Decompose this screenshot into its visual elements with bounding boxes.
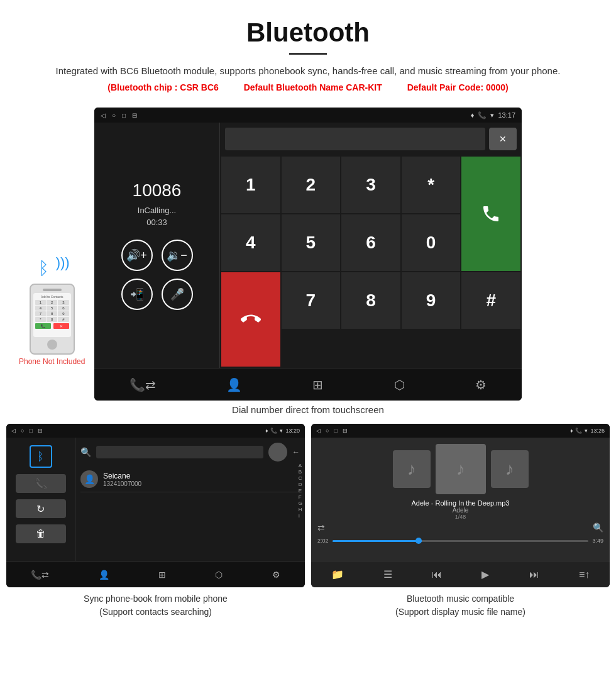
key-9[interactable]: 9 <box>402 272 461 329</box>
phone-home-button <box>47 340 57 350</box>
music-nav-prev[interactable]: ⏮ <box>432 569 442 580</box>
pb-delete-btn[interactable]: 🗑 <box>16 524 66 543</box>
key-6[interactable]: 6 <box>341 214 400 271</box>
volume-down-button[interactable]: 🔉− <box>162 240 193 271</box>
bottom-nav: 📞⇄ 👤 ⊞ ⬡ ⚙ <box>94 368 522 401</box>
call-controls-row-2: 📲 🎤 <box>121 279 193 310</box>
search-icon[interactable]: 🔍 <box>593 523 603 533</box>
end-call-button[interactable] <box>221 272 280 367</box>
phonebook-caption: Sync phone-book from mobile phone (Suppo… <box>84 592 228 619</box>
status-bar-right: ♦ 📞 ▾ 13:17 <box>471 111 515 119</box>
pb-sidebar: ᛒ 📞 ↻ 🗑 <box>6 438 75 561</box>
pb-contact-avatar: 👤 <box>80 470 98 488</box>
pb-location-icon: ♦ <box>265 428 268 434</box>
key-5[interactable]: 5 <box>282 214 341 271</box>
phone-not-included-label: Phone Not Included <box>19 357 85 366</box>
nav-settings-icon[interactable]: ⚙ <box>470 372 492 397</box>
dialer-input-field[interactable] <box>225 128 485 150</box>
music-frame: ◁ ○ □ ⊟ ♦ 📞 ▾ 13:26 <box>311 424 610 587</box>
pb-contact-item[interactable]: 👤 Seicane 13241007000 <box>80 467 300 492</box>
backspace-button[interactable]: ✕ <box>489 128 517 150</box>
volume-up-button[interactable]: 🔊+ <box>121 240 153 271</box>
key-4[interactable]: 4 <box>221 214 280 271</box>
title-divider <box>289 53 327 55</box>
phone-screen-mini: Add to Contacts 1 2 3 4 5 6 7 8 9 * 0 # <box>33 293 71 337</box>
nav-contacts-icon[interactable]: 👤 <box>221 372 247 397</box>
key-0[interactable]: 0 <box>402 214 461 271</box>
progress-bar[interactable] <box>333 540 589 542</box>
pb-nav-settings[interactable]: ⚙ <box>272 570 280 580</box>
spec2: Default Bluetooth Name CAR-KIT <box>244 82 382 92</box>
pb-sync-btn[interactable]: ↻ <box>16 499 66 518</box>
time-total: 3:49 <box>592 538 603 544</box>
progress-dot <box>415 538 422 544</box>
music-nav-next[interactable]: ⏭ <box>529 569 539 580</box>
key-3[interactable]: 3 <box>341 157 400 213</box>
pb-search-bar: 🔍 ← <box>80 443 300 462</box>
music-caption-line1: Bluetooth music compatible <box>407 594 514 604</box>
page-subtitle: Integrated with BC6 Bluetooth module, su… <box>13 64 603 79</box>
pb-main: 🔍 ← 👤 Seicane 13241007000 <box>75 438 305 561</box>
back-icon: ◁ <box>101 112 106 119</box>
phone-body: Add to Contacts 1 2 3 4 5 6 7 8 9 * 0 # <box>30 284 75 355</box>
pb-search-input[interactable] <box>96 446 263 458</box>
numpad: 1 2 3 * 4 5 6 0 7 <box>220 155 522 368</box>
signal-arcs-icon: ))) <box>56 255 70 271</box>
spec3: Default Pair Code: 0000) <box>407 82 509 92</box>
key-1[interactable]: 1 <box>221 157 280 213</box>
key-2[interactable]: 2 <box>282 157 341 213</box>
nav-transfer-icon[interactable]: ⬡ <box>389 372 410 397</box>
pb-contact-name: Seicane <box>103 472 300 480</box>
page-header: Bluetooth Integrated with BC6 Bluetooth … <box>0 0 616 99</box>
pb-bluetooth-icon[interactable]: ᛒ <box>30 445 52 468</box>
page-specs: (Bluetooth chip : CSR BC6 Default Blueto… <box>13 82 603 92</box>
music-card: ◁ ○ □ ⊟ ♦ 📞 ▾ 13:26 <box>311 424 610 619</box>
mute-button[interactable]: 🎤 <box>162 279 193 310</box>
music-nav-list[interactable]: ☰ <box>383 568 392 580</box>
pb-nav-contacts[interactable]: 👤 <box>99 570 109 580</box>
pb-call-btn[interactable]: 📞 <box>16 474 66 493</box>
pb-content: ᛒ 📞 ↻ 🗑 🔍 ← <box>6 438 305 561</box>
bluetooth-icon: ᛒ <box>38 258 49 279</box>
recent-icon: □ <box>122 112 126 119</box>
progress-bar-fill <box>333 540 422 542</box>
music-caption-line2: (Support display music file name) <box>395 607 525 617</box>
key-hash[interactable]: # <box>461 272 520 329</box>
music-screen: ◁ ○ □ ⊟ ♦ 📞 ▾ 13:26 <box>311 424 610 587</box>
key-8[interactable]: 8 <box>341 272 400 329</box>
dialer-screen: 10086 InCalling... 00:33 🔊+ 🔉− 📲 🎤 <box>94 123 522 368</box>
album-art-left: ♪ <box>393 450 431 488</box>
album-art-right: ♪ <box>491 450 529 488</box>
music-info: Adele - Rolling In the Deep.mp3 Adele 1/… <box>412 499 510 520</box>
nav-call-icon[interactable]: 📞⇄ <box>124 372 161 397</box>
music-nav-play[interactable]: ▶ <box>481 568 489 580</box>
call-button[interactable] <box>461 157 520 271</box>
call-timer: 00:33 <box>146 218 167 227</box>
shuffle-icon[interactable]: ⇄ <box>317 523 325 533</box>
pb-bottom-nav: 📞⇄ 👤 ⊞ ⬡ ⚙ <box>6 561 305 587</box>
key-star[interactable]: * <box>402 157 461 213</box>
pb-nav-transfer[interactable]: ⬡ <box>215 570 223 580</box>
phonebook-caption-line1: Sync phone-book from mobile phone <box>84 594 228 604</box>
transfer-button[interactable]: 📲 <box>121 279 153 310</box>
pb-nav-call[interactable]: 📞⇄ <box>31 570 49 580</box>
album-art-row: ♪ ♪ ♪ <box>393 444 529 494</box>
notification-icon: ⊟ <box>132 112 137 119</box>
nav-keypad-icon[interactable]: ⊞ <box>307 372 328 397</box>
music-phone-icon: 📞 <box>575 428 582 434</box>
pb-time: 13:20 <box>285 428 300 434</box>
dialer-display: ✕ <box>220 123 522 155</box>
phonebook-screen: ◁ ○ □ ⊟ ♦ 📞 ▾ 13:20 <box>6 424 305 587</box>
music-nav-equalizer[interactable]: ≡↑ <box>579 569 590 580</box>
location-icon: ♦ <box>471 111 475 119</box>
music-title: Adele - Rolling In the Deep.mp3 <box>412 499 510 507</box>
main-caption: Dial number direct from touchscreen <box>0 404 616 415</box>
music-nav-folder[interactable]: 📁 <box>331 568 344 580</box>
pb-nav-keypad[interactable]: ⊞ <box>158 570 166 580</box>
music-content: ♪ ♪ ♪ Adele - Rolling In the Deep.mp3 Ad… <box>311 438 610 561</box>
music-location-icon: ♦ <box>570 428 573 434</box>
status-bar: ◁ ○ □ ⊟ ♦ 📞 ▾ 13:17 <box>94 108 522 123</box>
status-bar-left: ◁ ○ □ ⊟ <box>101 112 137 119</box>
key-7[interactable]: 7 <box>282 272 341 329</box>
call-number: 10086 <box>133 180 182 201</box>
